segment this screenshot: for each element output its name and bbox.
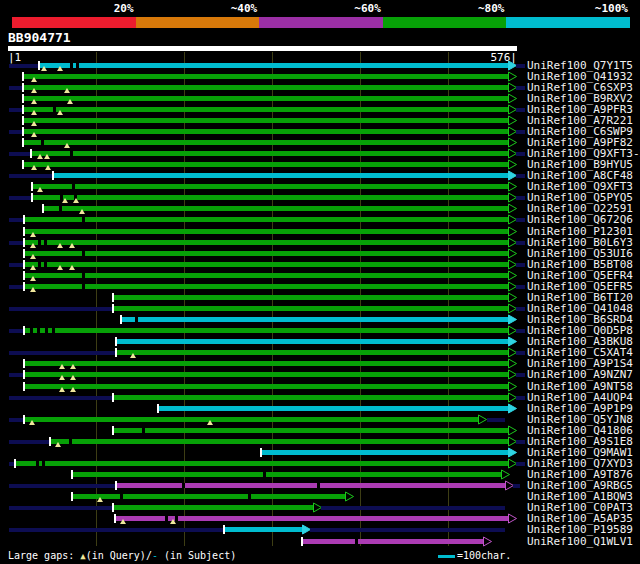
subject-overhang-right — [516, 440, 525, 444]
alignment-row: UniRef100_A9P1P9 — [0, 403, 640, 414]
alignment-bar[interactable] — [25, 273, 508, 278]
subject-overhang-left — [9, 196, 32, 200]
alignment-bar[interactable] — [16, 461, 508, 466]
alignment-bar[interactable] — [25, 251, 508, 256]
alignment-bar[interactable] — [114, 295, 508, 300]
alignment-bar[interactable] — [25, 262, 508, 267]
subject-gap-mark — [355, 539, 358, 544]
alignment-row: UniRef100_Q41932 — [0, 71, 640, 82]
alignment-bar[interactable] — [122, 317, 508, 322]
subject-overhang-right — [516, 64, 525, 68]
alignment-bar[interactable] — [51, 439, 508, 444]
subject-overhang-left — [9, 329, 24, 333]
alignment-bar[interactable] — [303, 539, 483, 544]
alignment-bar[interactable] — [40, 63, 508, 68]
alignment-bar[interactable] — [33, 195, 508, 200]
alignment-bar[interactable] — [25, 284, 508, 289]
bar-end-arrow-icon — [508, 203, 518, 214]
bar-end-arrow-icon — [483, 536, 493, 547]
subject-gap-mark — [38, 262, 41, 267]
alignment-bar[interactable] — [25, 217, 508, 222]
subject-label[interactable]: UniRef100_B0L6Y3 — [527, 237, 633, 248]
subject-overhang-left — [9, 152, 31, 156]
alignment-bar[interactable] — [73, 472, 501, 477]
alignment-bar[interactable] — [25, 384, 508, 389]
alignment-bar[interactable] — [54, 173, 508, 178]
alignment-bar[interactable] — [117, 350, 508, 355]
subject-gap-mark — [44, 240, 47, 245]
subject-label[interactable]: UniRef100_Q672Q6 — [527, 214, 633, 225]
alignment-bar[interactable] — [25, 328, 508, 333]
bar-end-arrow-icon — [501, 469, 511, 480]
alignment-bar[interactable] — [25, 361, 508, 366]
alignment-bar[interactable] — [24, 96, 508, 101]
alignment-bar[interactable] — [24, 162, 508, 167]
alignment-bar[interactable] — [25, 417, 478, 422]
subject-overhang-left — [9, 418, 24, 422]
alignment-bar[interactable] — [25, 229, 508, 234]
bar-end-arrow-icon — [508, 93, 518, 104]
subject-label[interactable]: UniRef100_P19589 — [527, 524, 633, 535]
subject-overhang-right — [516, 329, 525, 333]
alignment-bar[interactable] — [117, 483, 505, 488]
query-bar — [8, 46, 517, 51]
subject-label[interactable]: UniRef100_Q7Y1T5 — [527, 60, 633, 71]
alignment-bar[interactable] — [44, 206, 508, 211]
subject-label[interactable]: UniRef100_C6SXP3 — [527, 82, 633, 93]
scale-line-icon — [438, 555, 455, 558]
alignment-row: UniRef100_B0L6Y3 — [0, 237, 640, 248]
alignment-bar[interactable] — [114, 306, 508, 311]
subject-gap-mark — [82, 251, 85, 256]
subject-overhang-right — [516, 174, 525, 178]
alignment-bar[interactable] — [25, 240, 508, 245]
subject-label[interactable]: UniRef100_Q41932 — [527, 71, 633, 82]
alignment-bar[interactable] — [24, 107, 508, 112]
subject-overhang-left — [9, 396, 113, 400]
bar-end-arrow-icon — [508, 71, 518, 82]
subject-overhang-left — [9, 351, 116, 355]
scale-line-label: =100char. — [457, 549, 511, 562]
subject-gap-mark — [41, 140, 44, 145]
subject-gap-mark — [263, 472, 266, 477]
alignment-bar[interactable] — [225, 527, 302, 532]
alignment-bar[interactable] — [114, 395, 508, 400]
subject-label[interactable]: UniRef100_A9NT58 — [527, 381, 633, 392]
subject-overhang-left — [9, 174, 53, 178]
alignment-bar[interactable] — [262, 450, 508, 455]
scale-segment — [12, 17, 136, 28]
alignment-bar[interactable] — [117, 339, 508, 344]
subject-overhang-right — [516, 263, 525, 267]
alignment-bar[interactable] — [24, 85, 508, 90]
subject-label[interactable]: UniRef100_A4UQP4 — [527, 392, 633, 403]
subject-label[interactable]: UniRef100_Q1WLV1 — [527, 536, 633, 547]
alignment-bar[interactable] — [114, 428, 508, 433]
subject-gap-mark — [70, 63, 73, 68]
alignment-bar[interactable] — [25, 372, 508, 377]
subject-overhang-right — [321, 506, 505, 510]
bar-end-arrow-icon — [508, 137, 518, 148]
bar-end-arrow-icon — [508, 336, 518, 347]
alignment-bar[interactable] — [73, 494, 345, 499]
alignment-bar[interactable] — [33, 184, 508, 189]
subject-gap-mark — [317, 483, 320, 488]
subject-overhang-left — [9, 218, 24, 222]
subject-gap-mark — [69, 439, 72, 444]
subject-label[interactable]: UniRef100_A9P1P9 — [527, 403, 633, 414]
alignment-bar[interactable] — [32, 151, 508, 156]
alignment-bar[interactable] — [24, 129, 508, 134]
bar-end-arrow-icon — [508, 403, 518, 414]
subject-label[interactable]: UniRef100_A9NZN7 — [527, 369, 633, 380]
alignment-row: UniRef100_A4UQP4 — [0, 392, 640, 403]
subject-gap-mark — [82, 284, 85, 289]
scale-segment-label: ~40% — [136, 2, 258, 15]
alignment-bar[interactable] — [24, 74, 508, 79]
alignment-bar[interactable] — [24, 140, 508, 145]
subject-label[interactable]: UniRef100_P12301 — [527, 226, 633, 237]
alignment-bar[interactable] — [24, 118, 508, 123]
subject-gap-mark — [72, 184, 75, 189]
alignment-bar[interactable] — [159, 406, 508, 411]
subject-gap-mark — [59, 206, 62, 211]
subject-overhang-left — [9, 506, 113, 510]
alignment-bar[interactable] — [114, 505, 313, 510]
subject-gap-mark — [82, 273, 85, 278]
